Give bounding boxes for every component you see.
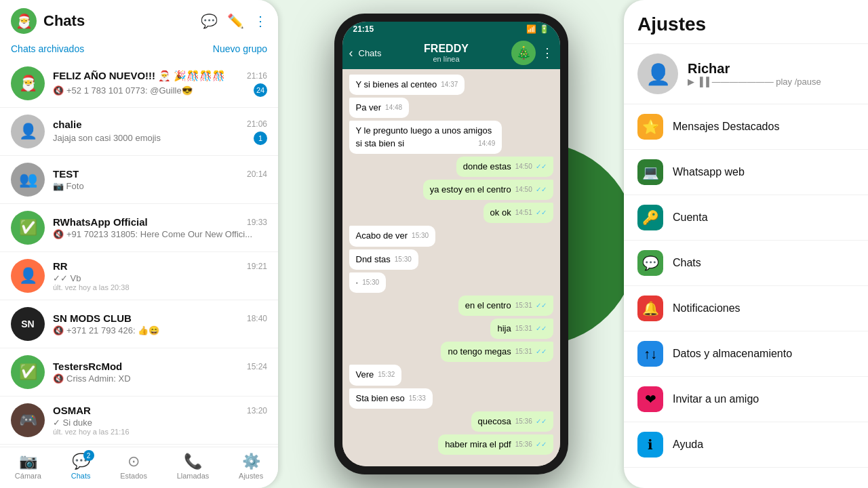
message-time: 15:31 ✓✓ (515, 301, 547, 310)
contact-info: FREDDY en línea (387, 43, 505, 63)
chat-name: OSMAR (53, 405, 91, 416)
message-time: 15:36 ✓✓ (515, 440, 547, 449)
chat-info: chalie 21:06 Jajaja son casi 3000 emojis… (53, 119, 267, 145)
nav-item-chats[interactable]: 💬 2 Chats (71, 453, 91, 480)
settings-item-whatsapp-web[interactable]: 💻 Whatsapp web (624, 150, 868, 195)
archived-chats-link[interactable]: Chats archivados (11, 43, 84, 54)
unread-badge: 24 (254, 83, 267, 97)
nav-label: Cámara (15, 472, 41, 480)
edit-icon[interactable]: ✏️ (227, 13, 244, 29)
back-button[interactable]: ‹ (349, 46, 353, 60)
chat-list-item[interactable]: 🎅 FELIZ AÑO NUEVO!!! 🎅 🎉🎊🎊🎊 21:16 🔇 +52 … (0, 60, 278, 108)
chat-time: 18:40 (247, 314, 267, 323)
play-pause-label[interactable]: ▶ ▐▐ ——————— play /pause (688, 77, 821, 87)
chat-list-item[interactable]: 👤 chalie 21:06 Jajaja son casi 3000 emoj… (0, 108, 278, 156)
message-ticks: ✓✓ (536, 348, 547, 355)
chat-info: RWhatsApp Official 19:33 🔇 +91 70213 318… (53, 216, 267, 239)
nav-item-estados[interactable]: ⊙ Estados (120, 453, 147, 480)
profile-info: Richar ▶ ▐▐ ——————— play /pause (688, 61, 821, 87)
chat-list-item[interactable]: 🎮 OSMAR 13:20 ✓ Si duke últ. vez hoy a l… (0, 396, 278, 445)
settings-item-invitar-a-un-amigo[interactable]: ❤ Invitar a un amigo (624, 377, 868, 422)
chats-title: Chats (43, 12, 201, 30)
message-time: 14:48 (385, 103, 402, 113)
nav-icon-wrapper: ⊙ (127, 453, 140, 470)
message-bubble: ya estoy en el centro 14:50 ✓✓ (423, 180, 553, 200)
message-ticks: ✓✓ (536, 163, 547, 170)
nav-icon: ⚙️ (242, 453, 260, 470)
message-bubble: ok ok 14:51 ✓✓ (484, 203, 553, 223)
user-avatar[interactable]: 🎅 (11, 8, 37, 34)
nav-item-cámara[interactable]: 📷 Cámara (15, 453, 41, 480)
chat-info: RR 19:21 ✓✓ Vb últ. vez hoy a las 20:38 (53, 260, 267, 291)
chat-preview: 🔇 +91 70213 31805: Here Come Our New Off… (53, 229, 252, 239)
more-options-icon[interactable]: ⋮ (254, 13, 267, 29)
chat-avatar: 🎮 (11, 403, 45, 437)
message-time: 15:30 (395, 255, 412, 264)
settings-item-icon: 💻 (637, 159, 663, 185)
chat-list-item[interactable]: ✅ TestersRcMod 15:24 🔇 Criss Admin: XD (0, 348, 278, 396)
chat-time: 19:33 (247, 218, 267, 227)
message-bubble: en el centro 15:31 ✓✓ (458, 296, 553, 316)
nav-icon-wrapper: 📞 (184, 453, 202, 470)
nav-item-llamadas[interactable]: 📞 Llamadas (177, 453, 210, 480)
chat-name-row: TestersRcMod 15:24 (53, 361, 267, 372)
chat-list-item[interactable]: ✅ RWhatsApp Official 19:33 🔇 +91 70213 3… (0, 204, 278, 252)
chats-back-label[interactable]: Chats (359, 48, 382, 58)
message-text: no tengo megas (448, 346, 511, 357)
center-phone-area: 21:15 📶 🔋 ‹ Chats FREDDY en línea 🎄 ⋮ Y … (278, 0, 624, 488)
chat-name: FELIZ AÑO NUEVO!!! 🎅 🎉🎊🎊🎊 (53, 70, 225, 82)
message-ticks: ✓✓ (536, 209, 547, 216)
audio-controls: ▶ ▐▐ ——————— play /pause (688, 77, 821, 87)
settings-item-ayuda[interactable]: ℹ Ayuda (624, 422, 868, 468)
message-bubble: Y le pregunto luego a unos amigos si sta… (349, 121, 502, 153)
profile-avatar: 👤 (637, 54, 678, 94)
chat-list: 🎅 FELIZ AÑO NUEVO!!! 🎅 🎉🎊🎊🎊 21:16 🔇 +52 … (0, 60, 278, 447)
nav-item-ajustes[interactable]: ⚙️ Ajustes (239, 453, 263, 480)
settings-item-mensajes-destacados[interactable]: ⭐ Mensajes Destacados (624, 104, 868, 150)
chat-name-row: RR 19:21 (53, 260, 267, 272)
settings-item-datos-y-almacenamiento[interactable]: ↑↓ Datos y almacenamiento (624, 331, 868, 377)
phone-screen: 21:15 📶 🔋 ‹ Chats FREDDY en línea 🎄 ⋮ Y … (342, 22, 560, 466)
chat-menu-icon[interactable]: ⋮ (541, 45, 553, 60)
nav-label: Ajustes (239, 472, 263, 480)
chat-info: OSMAR 13:20 ✓ Si duke últ. vez hoy a las… (53, 405, 267, 436)
settings-profile[interactable]: 👤 Richar ▶ ▐▐ ——————— play /pause (624, 44, 868, 104)
new-chat-icon[interactable]: 💬 (201, 13, 218, 29)
contact-name: FREDDY (387, 43, 505, 55)
settings-item-cuenta[interactable]: 🔑 Cuenta (624, 195, 868, 241)
message-bubble: haber mira el pdf 15:36 ✓✓ (438, 434, 553, 455)
message-time: 14:50 ✓✓ (515, 185, 547, 195)
chat-time: 21:06 (247, 119, 267, 129)
nav-icon: 📷 (19, 453, 37, 470)
settings-item-notificaciones[interactable]: 🔔 Notificaciones (624, 286, 868, 331)
settings-item-icon: 💬 (637, 250, 663, 276)
settings-item-label: Whatsapp web (673, 166, 745, 178)
chat-preview: ✓✓ Vb (53, 273, 81, 283)
settings-item-chats[interactable]: 💬 Chats (624, 241, 868, 286)
chat-messages[interactable]: Y si bienes al centeo 14:37 Pa ver 14:48… (342, 69, 560, 466)
chat-list-item[interactable]: 👥 TEST 20:14 📷 Foto (0, 156, 278, 204)
message-ticks: ✓✓ (536, 418, 547, 425)
message-text: quecosa (478, 416, 511, 426)
message-text: Dnd stas (356, 254, 391, 264)
chat-preview: 📷 Foto (53, 181, 84, 191)
settings-item-label: Ayuda (673, 439, 703, 451)
settings-list: ⭐ Mensajes Destacados 💻 Whatsapp web 🔑 C… (624, 104, 868, 488)
chat-preview: 🔇 +371 21 793 426: 👍😄 (53, 325, 159, 336)
chat-list-item[interactable]: 👤 RR 19:21 ✓✓ Vb últ. vez hoy a las 20:3… (0, 252, 278, 300)
settings-item-label: Datos y almacenamiento (673, 348, 792, 360)
message-ticks: ✓✓ (536, 186, 547, 193)
message-bubble: Dnd stas 15:30 (349, 249, 418, 270)
chat-list-item[interactable]: SN SN MODS CLUB 18:40 🔇 +371 21 793 426:… (0, 300, 278, 348)
left-panel: 🎅 Chats 💬 ✏️ ⋮ Chats archivados Nuevo gr… (0, 0, 278, 488)
nav-label: Llamadas (177, 472, 210, 480)
message-bubble: Y si bienes al centeo 14:37 (349, 75, 465, 95)
chat-name: TestersRcMod (53, 361, 122, 372)
contact-avatar[interactable]: 🎄 (511, 41, 536, 65)
message-bubble: Pa ver 14:48 (349, 98, 410, 118)
contact-status: en línea (387, 55, 505, 63)
message-time: 15:30 (412, 231, 429, 241)
chat-avatar: SN (11, 307, 45, 341)
chat-preview: 🔇 +52 1 783 101 0773: @Guille😎 (53, 85, 193, 96)
new-group-link[interactable]: Nuevo grupo (213, 43, 267, 54)
